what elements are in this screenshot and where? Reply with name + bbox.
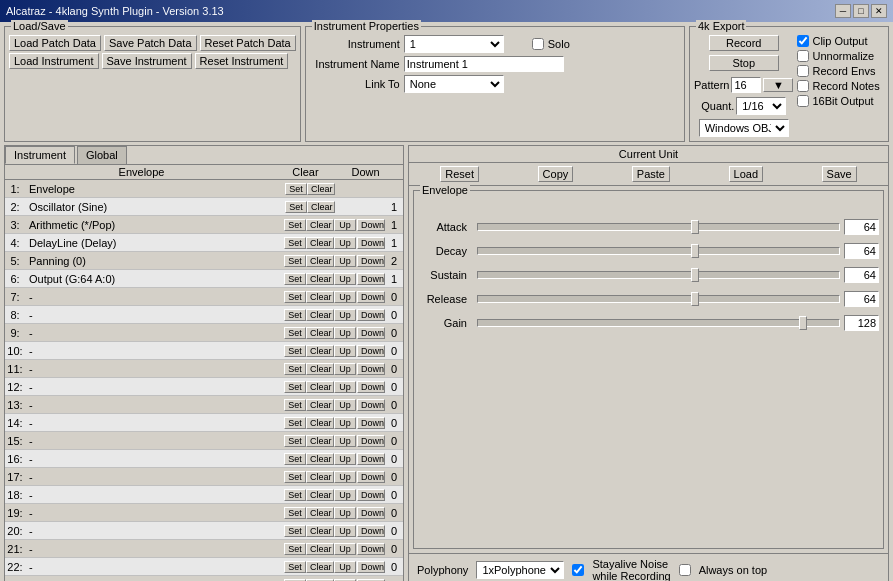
clear-button[interactable]: Clear [306,309,334,321]
set-button[interactable]: Set [284,219,306,231]
solo-checkbox[interactable] [532,38,544,50]
clear-button[interactable]: Clear [306,417,334,429]
tab-global[interactable]: Global [77,146,127,164]
record-notes-checkbox[interactable] [797,80,809,92]
up-button[interactable]: Up [334,507,356,519]
up-button[interactable]: Up [334,291,356,303]
up-button[interactable]: Up [334,561,356,573]
load-instrument-button[interactable]: Load Instrument [9,53,99,69]
set-button[interactable]: Set [284,525,306,537]
unnormalize-checkbox[interactable] [797,50,809,62]
down-button[interactable]: Down [357,255,385,267]
up-button[interactable]: Up [334,453,356,465]
up-button[interactable]: Up [334,309,356,321]
set-button[interactable]: Set [284,363,306,375]
polyphony-select[interactable]: 1xPolyphone 2xPolyphone 4xPolyphone [476,561,564,579]
pattern-down-button[interactable]: ▼ [763,78,793,92]
clear-button[interactable]: Clear [306,255,334,267]
down-button[interactable]: Down [357,291,385,303]
cu-reset-button[interactable]: Reset [440,166,479,182]
up-button[interactable]: Up [334,363,356,375]
slider-thumb[interactable] [691,244,699,258]
clear-button[interactable]: Clear [307,201,335,213]
cu-copy-button[interactable]: Copy [538,166,574,182]
clear-button[interactable]: Clear [306,489,334,501]
down-button[interactable]: Down [357,489,385,501]
slider-thumb[interactable] [691,292,699,306]
down-button[interactable]: Down [357,525,385,537]
clip-output-checkbox[interactable] [797,35,809,47]
tab-instrument[interactable]: Instrument [5,146,75,164]
clear-button[interactable]: Clear [306,399,334,411]
down-button[interactable]: Down [357,345,385,357]
set-button[interactable]: Set [284,327,306,339]
up-button[interactable]: Up [334,471,356,483]
output-format-select[interactable]: Windows OBJ [699,119,789,137]
save-instrument-button[interactable]: Save Instrument [102,53,192,69]
slider-thumb[interactable] [691,268,699,282]
up-button[interactable]: Up [334,273,356,285]
reset-patch-data-button[interactable]: Reset Patch Data [200,35,296,51]
up-button[interactable]: Up [334,255,356,267]
set-button[interactable]: Set [284,237,306,249]
set-button[interactable]: Set [284,507,306,519]
up-button[interactable]: Up [334,435,356,447]
set-button[interactable]: Set [284,399,306,411]
load-patch-data-button[interactable]: Load Patch Data [9,35,101,51]
set-button[interactable]: Set [284,381,306,393]
down-button[interactable]: Down [357,381,385,393]
clear-button[interactable]: Clear [306,237,334,249]
slider-thumb[interactable] [691,220,699,234]
clear-button[interactable]: Clear [306,345,334,357]
up-button[interactable]: Up [334,237,356,249]
down-button[interactable]: Down [357,453,385,465]
up-button[interactable]: Up [334,399,356,411]
bit16-output-checkbox[interactable] [797,95,809,107]
stayalive-checkbox[interactable] [572,564,584,576]
record-envs-checkbox[interactable] [797,65,809,77]
up-button[interactable]: Up [334,417,356,429]
up-button[interactable]: Up [334,489,356,501]
clear-button[interactable]: Clear [306,561,334,573]
down-button[interactable]: Down [357,543,385,555]
down-button[interactable]: Down [357,273,385,285]
instrument-select[interactable]: 1 [404,35,504,53]
reset-instrument-button[interactable]: Reset Instrument [195,53,289,69]
close-button[interactable]: ✕ [871,4,887,18]
down-button[interactable]: Down [357,417,385,429]
pattern-input[interactable] [731,77,761,93]
set-button[interactable]: Set [284,435,306,447]
set-button[interactable]: Set [284,273,306,285]
cu-save-button[interactable]: Save [822,166,857,182]
set-button[interactable]: Set [285,183,307,195]
down-button[interactable]: Down [357,399,385,411]
up-button[interactable]: Up [334,381,356,393]
minimize-button[interactable]: ─ [835,4,851,18]
down-button[interactable]: Down [357,561,385,573]
down-button[interactable]: Down [357,363,385,375]
record-button[interactable]: Record [709,35,779,51]
down-button[interactable]: Down [357,237,385,249]
clear-button[interactable]: Clear [306,327,334,339]
set-button[interactable]: Set [284,453,306,465]
down-button[interactable]: Down [357,327,385,339]
clear-button[interactable]: Clear [307,183,335,195]
clear-button[interactable]: Clear [306,525,334,537]
param-slider[interactable] [477,247,840,255]
param-slider[interactable] [477,295,840,303]
up-button[interactable]: Up [334,345,356,357]
param-slider[interactable] [477,319,840,327]
down-button[interactable]: Down [357,219,385,231]
up-button[interactable]: Up [334,219,356,231]
up-button[interactable]: Up [334,525,356,537]
clear-button[interactable]: Clear [306,471,334,483]
always-on-top-checkbox[interactable] [679,564,691,576]
clear-button[interactable]: Clear [306,219,334,231]
clear-button[interactable]: Clear [306,273,334,285]
clear-button[interactable]: Clear [306,435,334,447]
instrument-name-input[interactable] [404,56,564,72]
down-button[interactable]: Down [357,309,385,321]
down-button[interactable]: Down [357,435,385,447]
clear-button[interactable]: Clear [306,363,334,375]
down-button[interactable]: Down [357,507,385,519]
